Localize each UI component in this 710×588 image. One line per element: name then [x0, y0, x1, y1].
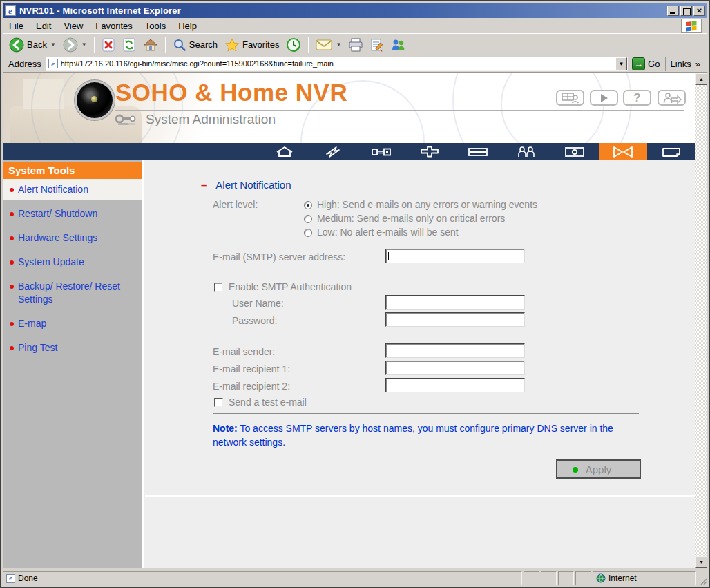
form-divider — [213, 413, 639, 414]
radio-high[interactable] — [304, 201, 312, 209]
sidebar-item-backup-restore-reset[interactable]: Backup/ Restore/ Reset Settings — [3, 276, 142, 310]
address-label: Address — [8, 59, 41, 69]
resize-grip[interactable] — [698, 571, 707, 585]
apply-dot-icon — [573, 467, 578, 473]
playback-button[interactable] — [590, 90, 618, 106]
close-button[interactable]: ✕ — [693, 6, 705, 16]
page-viewport: SOHO & Home NVR System Administration ? — [3, 73, 707, 568]
help-button[interactable]: ? — [623, 90, 651, 106]
enable-smtp-auth-checkbox[interactable]: Enable SMTP Authentication — [214, 281, 352, 292]
nav-quick-setup-icon[interactable] — [309, 143, 357, 160]
page-heading: –Alert Notification — [201, 179, 291, 191]
menu-favorites[interactable]: Favorites — [89, 19, 138, 33]
smtp-server-input[interactable] — [385, 249, 525, 263]
toolbar-separator — [165, 37, 166, 53]
sidebar-item-restart-shutdown[interactable]: Restart/ Shutdown — [3, 203, 142, 225]
print-button[interactable] — [345, 37, 367, 53]
stop-icon — [102, 38, 115, 52]
nav-system-settings-icon[interactable] — [357, 143, 405, 160]
forward-button[interactable]: ▼ — [59, 36, 90, 54]
history-button[interactable] — [282, 36, 305, 54]
home-icon — [143, 38, 158, 52]
address-input[interactable]: e http://172.16.20.116/cgi-bin/misc/misc… — [46, 57, 628, 71]
status-bar: e Done Internet — [3, 570, 707, 585]
maximize-button[interactable] — [680, 6, 692, 16]
menu-view[interactable]: View — [57, 19, 89, 33]
search-button[interactable]: Search — [169, 37, 221, 53]
smtp-server-label: E-mail (SMTP) server address: — [213, 252, 345, 263]
sidebar-item-alert-notification[interactable]: Alert Notification — [3, 179, 142, 200]
menu-help[interactable]: Help — [172, 19, 203, 33]
logout-button[interactable] — [658, 90, 686, 106]
banner-divider — [115, 110, 684, 111]
back-dropdown-icon[interactable]: ▼ — [50, 41, 56, 48]
nav-device-settings-icon[interactable] — [454, 143, 502, 160]
email-sender-input[interactable] — [385, 343, 525, 358]
toolbar-separator — [94, 37, 95, 53]
email-recipient2-label: E-mail recipient 2: — [213, 381, 290, 392]
nav-logs-icon[interactable] — [647, 143, 695, 160]
favorites-star-icon — [224, 38, 240, 52]
edit-button[interactable] — [367, 37, 387, 53]
messenger-icon — [391, 38, 406, 52]
back-button[interactable]: Back ▼ — [6, 36, 59, 54]
alert-level-low-option[interactable]: Low: No alert e-mails will be sent — [304, 227, 459, 238]
apply-button[interactable]: Apply — [556, 459, 641, 479]
mail-dropdown-icon[interactable]: ▼ — [336, 41, 341, 48]
sidebar-item-hardware-settings[interactable]: Hardware Settings — [3, 227, 142, 249]
nav-network-settings-icon[interactable] — [405, 143, 454, 160]
document-icon: e — [6, 574, 15, 583]
title-bar[interactable]: e NVR101 - Microsoft Internet Explorer ✕ — [3, 3, 707, 18]
stop-button[interactable] — [98, 37, 119, 53]
password-input[interactable] — [385, 312, 525, 327]
email-recipient1-input[interactable] — [385, 361, 525, 375]
username-input[interactable] — [385, 295, 525, 310]
forward-icon — [63, 37, 78, 53]
nav-user-management-icon[interactable] — [502, 143, 550, 160]
home-button[interactable] — [140, 37, 162, 53]
go-button[interactable]: → Go — [628, 57, 664, 70]
forward-dropdown-icon[interactable]: ▼ — [81, 41, 87, 48]
scroll-up-icon[interactable]: ▲ — [695, 73, 707, 85]
mail-button[interactable]: ▼ — [312, 37, 345, 53]
browser-window: e NVR101 - Microsoft Internet Explorer ✕… — [0, 0, 710, 588]
monitor-page-button[interactable] — [556, 90, 584, 106]
radio-low[interactable] — [304, 229, 312, 237]
window-title: NVR101 - Microsoft Internet Explorer — [19, 6, 666, 16]
menu-tools[interactable]: Tools — [139, 19, 172, 33]
status-zone-pane: Internet — [593, 571, 696, 585]
sidebar-item-system-update[interactable]: System Update — [3, 252, 142, 273]
nav-system-tools-icon[interactable] — [599, 143, 647, 160]
nav-camera-settings-icon[interactable] — [550, 143, 599, 160]
collapse-dash-icon[interactable]: – — [201, 179, 207, 191]
status-message-pane: e Done — [3, 571, 522, 585]
refresh-button[interactable] — [119, 37, 140, 53]
back-icon — [9, 37, 24, 53]
go-arrow-icon: → — [632, 57, 645, 70]
address-dropdown-icon[interactable]: ▼ — [615, 57, 627, 70]
favorites-button[interactable]: Favorites — [221, 37, 282, 53]
menu-edit[interactable]: Edit — [30, 19, 57, 33]
menu-file[interactable]: File — [3, 19, 30, 33]
radio-medium[interactable] — [304, 215, 312, 223]
status-pane — [575, 571, 591, 585]
messenger-button[interactable] — [387, 37, 410, 53]
checkbox-send-test[interactable] — [214, 398, 223, 407]
email-recipient2-input[interactable] — [385, 378, 525, 392]
minimize-button[interactable] — [667, 6, 679, 16]
mail-icon — [316, 39, 332, 51]
status-pane — [558, 571, 574, 585]
links-chevron-icon: » — [695, 59, 700, 69]
sidebar-item-ping-test[interactable]: Ping Test — [3, 337, 142, 359]
checkbox-smtp-auth[interactable] — [214, 283, 223, 292]
toolbar-separator — [308, 37, 309, 53]
alert-level-high-option[interactable]: High: Send e-mails on any errors or warn… — [304, 199, 537, 210]
send-test-email-checkbox[interactable]: Send a test e-mail — [214, 397, 307, 408]
vertical-scrollbar[interactable]: ▲ ▼ — [695, 73, 707, 568]
sidebar-item-e-map[interactable]: E-map — [3, 313, 142, 334]
links-button[interactable]: Links » — [665, 57, 704, 71]
alert-level-label: Alert level: — [213, 199, 258, 210]
alert-level-medium-option[interactable]: Medium: Send e-mails only on critical er… — [304, 213, 505, 224]
scroll-down-icon[interactable]: ▼ — [695, 556, 707, 568]
nav-home-icon[interactable] — [260, 143, 309, 160]
